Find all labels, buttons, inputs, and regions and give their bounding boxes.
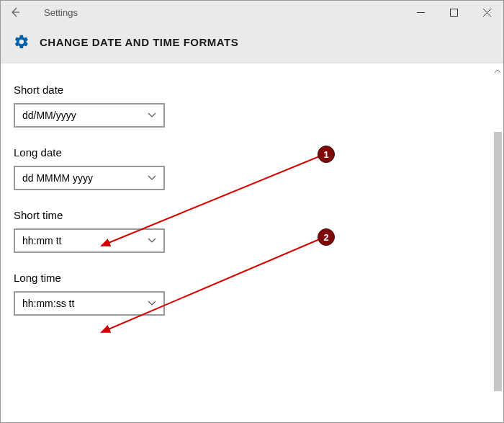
minimize-icon xyxy=(417,9,425,17)
chevron-down-icon xyxy=(148,112,156,118)
close-button[interactable] xyxy=(470,1,503,24)
short-date-select[interactable]: dd/MM/yyyy xyxy=(14,103,165,128)
window-controls xyxy=(404,1,503,24)
gear-icon xyxy=(14,34,30,50)
short-time-field: Short time hh:mm tt xyxy=(14,209,503,253)
short-date-field: Short date dd/MM/yyyy xyxy=(14,84,503,128)
short-time-label: Short time xyxy=(14,209,503,221)
content-area: Short date dd/MM/yyyy Long date dd MMMM … xyxy=(1,63,503,422)
long-date-value: dd MMMM yyyy xyxy=(22,172,93,184)
svg-rect-2 xyxy=(450,9,457,16)
long-time-field: Long time hh:mm:ss tt xyxy=(14,272,503,316)
maximize-button[interactable] xyxy=(437,1,470,24)
long-time-select[interactable]: hh:mm:ss tt xyxy=(14,291,165,316)
back-button[interactable] xyxy=(1,1,30,24)
scrollbar-up-arrow-icon[interactable] xyxy=(493,67,502,76)
close-icon xyxy=(483,9,491,17)
chevron-down-icon xyxy=(148,175,156,181)
window-title: Settings xyxy=(44,7,78,18)
titlebar: Settings xyxy=(1,1,503,24)
scrollbar-thumb[interactable] xyxy=(494,132,502,391)
long-time-label: Long time xyxy=(14,272,503,284)
maximize-icon xyxy=(450,9,458,17)
short-time-value: hh:mm tt xyxy=(22,235,61,246)
chevron-down-icon xyxy=(148,238,156,244)
page-title: CHANGE DATE AND TIME FORMATS xyxy=(40,36,238,48)
short-date-value: dd/MM/yyyy xyxy=(22,110,76,121)
long-date-label: Long date xyxy=(14,146,503,159)
short-date-label: Short date xyxy=(14,84,503,96)
long-date-field: Long date dd MMMM yyyy xyxy=(14,146,503,190)
back-arrow-icon xyxy=(9,6,22,19)
chevron-down-icon xyxy=(148,300,156,306)
long-date-select[interactable]: dd MMMM yyyy xyxy=(14,166,165,190)
short-time-select[interactable]: hh:mm tt xyxy=(14,228,165,253)
settings-window: Settings CHANGE DATE AND TIME FORMATS Sh… xyxy=(0,0,504,423)
minimize-button[interactable] xyxy=(404,1,437,24)
long-time-value: hh:mm:ss tt xyxy=(22,298,74,309)
page-header: CHANGE DATE AND TIME FORMATS xyxy=(1,24,503,63)
